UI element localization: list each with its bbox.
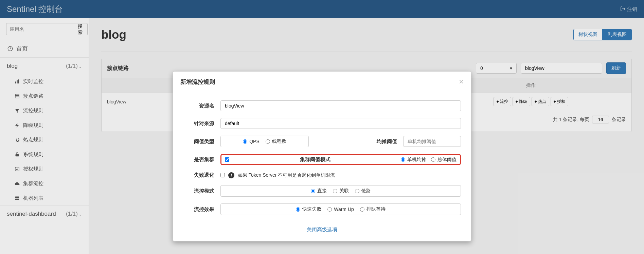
radio-qps[interactable] [243, 139, 247, 144]
limitapp-label: 针对来源 [183, 120, 220, 127]
radio-relate[interactable] [333, 189, 337, 193]
behavior-queue-option[interactable]: 排队等待 [360, 206, 386, 212]
close-advanced-link[interactable]: 关闭高级选项 [307, 227, 337, 232]
resource-input[interactable] [220, 100, 461, 111]
radio-queue[interactable] [360, 207, 364, 212]
close-icon[interactable]: × [459, 78, 464, 86]
behavior-warm-option[interactable]: Warm Up [327, 207, 354, 212]
cluster-mode-label: 集群阈值模式 [233, 156, 397, 163]
strategy-label: 流控模式 [183, 188, 220, 194]
grade-label: 阈值类型 [183, 138, 220, 145]
fallback-label: 失败退化 [183, 172, 220, 178]
count-input[interactable] [403, 136, 461, 147]
modal-title: 新增流控规则 [180, 78, 215, 86]
radio-cluster-per[interactable] [401, 157, 405, 162]
fallback-checkbox[interactable] [220, 173, 225, 177]
radio-cluster-total[interactable] [431, 157, 435, 162]
resource-label: 资源名 [183, 103, 220, 109]
cluster-per-option[interactable]: 单机均摊 [401, 157, 426, 163]
count-label: 均摊阈值 [309, 138, 403, 145]
behavior-label: 流控效果 [183, 206, 220, 213]
cluster-highlight-box: 集群阈值模式 单机均摊 总体阈值 [220, 154, 461, 165]
radio-chain[interactable] [355, 189, 359, 193]
cluster-total-option[interactable]: 总体阈值 [431, 157, 457, 163]
strategy-direct-option[interactable]: 直接 [311, 188, 327, 194]
radio-threads[interactable] [266, 139, 270, 144]
behavior-fast-option[interactable]: 快速失败 [296, 206, 321, 212]
flow-rule-modal: 新增流控规则 × 资源名 针对来源 阈值类型 QPS 线程数 均摊阈值 是否集群 [173, 71, 471, 241]
cluster-label: 是否集群 [183, 156, 220, 163]
grade-threads-option[interactable]: 线程数 [266, 138, 286, 144]
limitapp-input[interactable] [220, 118, 461, 129]
radio-direct[interactable] [311, 189, 315, 193]
strategy-relate-option[interactable]: 关联 [333, 188, 349, 194]
fallback-text: 如果 Token Server 不可用是否退化到单机限流 [238, 172, 335, 178]
strategy-chain-option[interactable]: 链路 [355, 188, 371, 194]
radio-fast[interactable] [296, 207, 300, 212]
info-icon: i [228, 172, 234, 178]
radio-warm[interactable] [327, 207, 332, 212]
grade-qps-option[interactable]: QPS [243, 138, 260, 144]
cluster-checkbox[interactable] [225, 157, 229, 162]
